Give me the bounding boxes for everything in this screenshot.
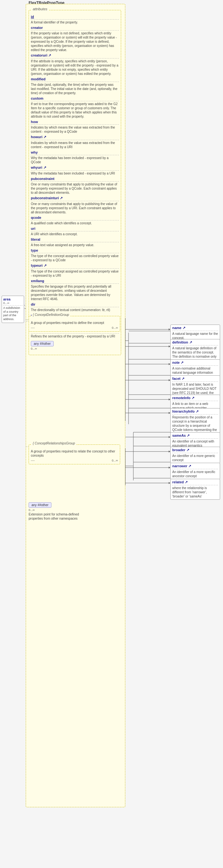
prop-dir-name: dir (31, 302, 119, 306)
prop-dir-desc: The directionality of textual content (e… (31, 308, 119, 312)
prop-id-desc: A formal identifier of the property. (31, 20, 119, 24)
prop-howuri-name: howuri ↗ (31, 135, 119, 139)
prop-howuri: howuri ↗ Indicates by which means the va… (31, 135, 119, 149)
prop-howuri-desc: Indicates by which means the value was e… (31, 141, 119, 149)
prop-how-desc: Indicates by which means the value was e… (31, 125, 119, 134)
concept-rel-group-label: { ConceptRelationshipsGroup (31, 441, 76, 445)
prop-custom-name: custom (31, 96, 119, 100)
right-narrower-box: narrower ↗ An identifier of a more speci… (170, 463, 220, 479)
prop-typeuri-desc: The type of the concept assigned as cont… (31, 269, 119, 278)
area-desc: A subdivision of a country part of the a… (3, 306, 23, 321)
prop-whyuri-desc: Why the metadata has been included - exp… (31, 171, 119, 176)
concept-def-group-desc: A group of properties required to define… (31, 321, 118, 325)
right-remoteinfo-label: remoteInfo ↗ (172, 396, 218, 400)
right-facet-label: facet ↗ (172, 377, 218, 381)
prop-literal: literal A free-text value assigned as pr… (31, 238, 119, 247)
concept-def-group-mult-right: 0...∞ (112, 326, 118, 330)
prop-whyuri-name: whyuri ↗ (31, 165, 119, 170)
right-related-box: related ↗ where the relationship is diff… (170, 479, 220, 500)
prop-creator-name: creator (31, 26, 119, 30)
prop-qcode-name: qcode (31, 216, 119, 219)
right-broader-box: broader ↗ An identifier of a more generi… (170, 447, 220, 463)
concept-rel-group-mult-left: ---- (31, 459, 35, 462)
prop-why: why Why the metadata has been included -… (31, 150, 119, 164)
prop-id: id A formal identifier of the property. (31, 15, 119, 24)
area-multiplicity: 0...∞ (3, 302, 23, 305)
prop-pubconstraint-desc: One or many constraints that apply to pu… (31, 182, 119, 195)
right-definition-label: definition ↗ (172, 340, 218, 344)
prop-qcode-desc: A qualified code which identifies a conc… (31, 221, 119, 225)
prop-pubconstrainturi-desc: One or many constraints that apply to pu… (31, 202, 119, 214)
any-other-label: any ##other (31, 341, 54, 346)
attributes-label: attributes (31, 7, 49, 11)
prop-uri: uri A URI which identifies a concept. (31, 226, 119, 236)
any-other-bottom-desc: Extension point for schema-defined prope… (29, 512, 93, 521)
right-name-label: name ↗ (172, 326, 218, 330)
concept-def-group-box: { ConceptDefinitionGroup A group of prop… (29, 316, 120, 332)
right-related-desc: where the relationship is different from… (172, 486, 218, 498)
prop-modified: modified The date (and, optionally, the … (31, 77, 119, 95)
prop-xmllang-desc: Specifies the language of this property … (31, 284, 119, 301)
prop-whyuri: whyuri ↗ Why the metadata has been inclu… (31, 165, 119, 176)
prop-pubconstraint: pubconstraint One or many constraints th… (31, 177, 119, 195)
prop-qcode: qcode A qualified code which identifies … (31, 216, 119, 225)
concept-rel-group-mult-right: 0...∞ (112, 459, 118, 462)
any-other-bottom-label: any ##other (29, 502, 52, 508)
prop-uri-desc: A URI which identifies a concept. (31, 232, 119, 236)
prop-creatoruri-desc: If the attribute is empty, specifies whi… (31, 59, 119, 76)
prop-dir: dir The directionality of textual conten… (31, 302, 119, 312)
attributes-box: attributes id A formal identifier of the… (29, 10, 121, 355)
prop-creatoruri-name: creatoruri ↗ (31, 53, 119, 58)
prop-type-desc: The type of the concept assigned as cont… (31, 254, 119, 262)
concept-def-group-label: { ConceptDefinitionGroup (31, 313, 70, 316)
prop-type: type The type of the concept assigned as… (31, 248, 119, 262)
prop-literal-desc: A free-text value assigned as property v… (31, 243, 119, 247)
prop-pubconstrainturi-name: pubconstrainturi ↗ (31, 196, 119, 200)
prop-xmllang: xmllang Specifies the language of this p… (31, 279, 119, 301)
prop-typeuri: typeuri ↗ The type of the concept assign… (31, 264, 119, 278)
prop-modified-name: modified (31, 77, 119, 81)
prop-how: how Indicates by which means the value w… (31, 120, 119, 134)
prop-typeuri-name: typeuri ↗ (31, 264, 119, 268)
prop-literal-name: literal (31, 238, 119, 241)
prop-how-name: how (31, 120, 119, 124)
concept-rel-group-desc: A group of properties required to relate… (31, 449, 118, 458)
prop-creator: creator If the property value is not def… (31, 26, 119, 52)
diagram-container: FlexTRolePropType attributes id A formal… (0, 0, 223, 868)
prop-id-name: id (31, 15, 119, 19)
right-sameas-label: sameAs ↗ (172, 434, 218, 438)
prop-pubconstrainturi: pubconstrainturi ↗ One or many constrain… (31, 196, 119, 214)
prop-creatoruri: creatoruri ↗ If the attribute is empty, … (31, 53, 119, 76)
area-box: area 0...∞ A subdivision of a country pa… (2, 296, 24, 323)
prop-why-desc: Why the metadata has been included - exp… (31, 156, 119, 164)
area-name: area (3, 297, 23, 301)
right-narrower-desc: An identifier of a more specific ancesto… (172, 470, 218, 478)
right-related-label: related ↗ (172, 480, 218, 484)
main-box: attributes id A formal identifier of the… (26, 4, 125, 807)
prop-uri-name: uri (31, 226, 119, 230)
prop-roleuri-desc: Refines the semantics of the property - … (31, 334, 119, 338)
prop-custom-desc: If set to true the corresponding propert… (31, 102, 119, 119)
right-note-label: note ↗ (172, 361, 218, 365)
prop-custom: custom If set to true the corresponding … (31, 96, 119, 119)
prop-xmllang-name: xmllang (31, 279, 119, 283)
any-other-bottom: any ##other 0...∞ Extension point for sc… (29, 502, 93, 521)
prop-modified-desc: The date (and, optionally, the time) whe… (31, 83, 119, 95)
prop-type-name: type (31, 248, 119, 252)
prop-why-name: why (31, 150, 119, 154)
concept-def-group-mult-left: ---- (31, 326, 35, 330)
prop-creator-desc: If the property value is not defined, sp… (31, 31, 119, 52)
right-narrower-label: narrower ↗ (172, 464, 218, 468)
right-broader-label: broader ↗ (172, 448, 218, 452)
right-hierarchyinfo-label: hierarchyInfo ↗ (172, 409, 218, 413)
prop-pubconstraint-name: pubconstraint (31, 177, 119, 181)
right-broader-desc: An identifier of a more generic concept (172, 454, 218, 462)
concept-rel-group-box: { ConceptRelationshipsGroup A group of p… (29, 444, 120, 464)
any-other-attributes: any ##other 0...∞ (31, 341, 119, 350)
